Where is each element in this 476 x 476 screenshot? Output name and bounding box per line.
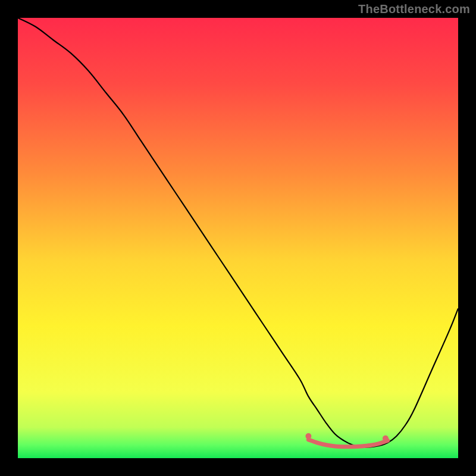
watermark-text: TheBottleneck.com <box>358 2 470 16</box>
trough-dot <box>305 433 311 439</box>
plot-area <box>18 18 458 458</box>
heatmap-background <box>18 18 458 458</box>
trough-dot <box>383 436 389 441</box>
chart-container: TheBottleneck.com <box>0 0 476 476</box>
chart-svg <box>18 18 458 458</box>
